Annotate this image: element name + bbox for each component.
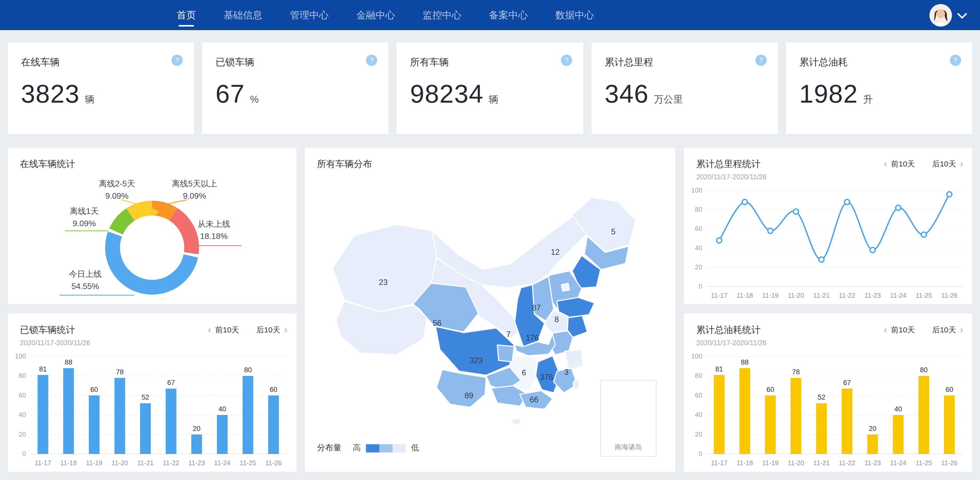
bar-11-21 [140, 403, 151, 454]
province-hainan[interactable] [512, 418, 521, 424]
map-value: 87 [532, 303, 541, 313]
kpi-value-row: 67% [215, 79, 259, 109]
bar-value-label: 78 [792, 368, 800, 376]
bar-11-26 [944, 395, 955, 454]
bar-11-19 [89, 395, 100, 454]
x-tick-label: 11-20 [111, 459, 128, 467]
bar-value-label: 67 [843, 379, 851, 387]
x-tick-label: 11-18 [737, 459, 753, 467]
nav-item-2[interactable]: 基础信息 [224, 0, 262, 30]
x-tick-label: 11-18 [60, 459, 77, 467]
y-tick-label: 100 [15, 352, 26, 360]
pie-label: 今日上线 [69, 270, 102, 279]
y-tick-label: 0 [22, 450, 26, 458]
chevron-right-icon[interactable]: › [284, 325, 287, 335]
kpi-card-2: 已锁车辆?67% [202, 42, 388, 134]
y-tick-label: 40 [19, 411, 26, 418]
map-value: 6 [522, 368, 526, 377]
map-value: 5 [611, 227, 616, 236]
map-value: 66 [530, 395, 538, 404]
bar-11-20 [791, 378, 801, 454]
nav-item-6[interactable]: 备案中心 [489, 0, 528, 30]
help-icon[interactable]: ? [950, 55, 961, 66]
chevron-right-icon[interactable]: › [960, 325, 963, 335]
bar-chart: 02040608010011-1711-1811-1911-2011-2111-… [8, 314, 297, 472]
kpi-value-row: 3823辆 [21, 79, 94, 109]
y-tick-label: 60 [695, 391, 702, 399]
bar-11-22 [842, 389, 853, 454]
x-tick-label: 11-24 [890, 459, 907, 467]
user-avatar[interactable] [929, 4, 952, 26]
x-tick-label: 11-19 [86, 459, 103, 467]
province-heilongjiang[interactable] [572, 197, 636, 252]
help-icon[interactable]: ? [172, 55, 183, 66]
bar-value-label: 60 [945, 386, 953, 394]
date-range: 2020/11/17-2020/11/26 [696, 173, 767, 181]
nav-item-1[interactable]: 首页 [177, 0, 196, 30]
kpi-title: 已锁车辆 [215, 56, 254, 69]
province-yunnan[interactable] [436, 370, 486, 408]
kpi-card-1: 在线车辆?3823辆 [8, 42, 194, 134]
x-tick-label: 11-23 [864, 292, 881, 299]
next-10-days-button[interactable]: 后10天 [932, 325, 956, 335]
province-zhejiang[interactable] [565, 349, 583, 370]
kpi-title: 累计总里程 [605, 56, 653, 69]
kpi-card-3: 所有车辆?98234辆 [397, 42, 583, 134]
kpi-row: 在线车辆?3823辆已锁车辆?67%所有车辆?98234辆累计总里程?346万公… [0, 42, 980, 134]
next-10-days-button[interactable]: 后10天 [256, 325, 280, 335]
kpi-unit: 辆 [85, 93, 94, 106]
y-tick-label: 60 [19, 391, 26, 399]
next-10-days-button[interactable]: 后10天 [932, 159, 956, 169]
x-tick-label: 11-26 [266, 459, 282, 467]
map-value: 23 [379, 278, 388, 287]
chevron-left-icon[interactable]: ‹ [884, 325, 887, 335]
help-icon[interactable]: ? [756, 55, 767, 66]
user-menu[interactable] [929, 0, 966, 30]
prev-10-days-button[interactable]: 前10天 [215, 325, 239, 335]
pie-label: 离线1天 [70, 207, 99, 216]
bar-value-label: 52 [818, 394, 825, 401]
kpi-value: 67 [215, 79, 245, 109]
data-point-11-18 [742, 199, 747, 204]
card-title: 已锁车辆统计 [20, 324, 75, 336]
x-tick-label: 11-22 [839, 459, 856, 467]
help-icon[interactable]: ? [561, 55, 572, 66]
bar-value-label: 40 [218, 405, 226, 413]
chevron-down-icon[interactable] [957, 9, 967, 19]
chevron-left-icon[interactable]: ‹ [884, 159, 887, 169]
card-total-fuel-stats: 累计总油耗统计 ‹ 前10天 后10天 › 2020/11/17-2020/11… [684, 314, 972, 472]
nav-item-5[interactable]: 监控中心 [423, 0, 461, 30]
bar-value-label: 67 [167, 379, 175, 387]
y-tick-label: 40 [695, 411, 702, 418]
prev-10-days-button[interactable]: 前10天 [891, 159, 915, 169]
x-tick-label: 11-22 [839, 292, 856, 299]
nav-item-4[interactable]: 金融中心 [356, 0, 395, 30]
pie-label: 离线2-5天 [99, 179, 135, 188]
kpi-value: 346 [605, 79, 649, 109]
bar-value-label: 40 [894, 405, 902, 413]
bar-11-17 [714, 375, 724, 454]
x-tick-label: 11-21 [813, 292, 830, 299]
pie-label-value: 18.18% [200, 231, 228, 241]
nav-item-7[interactable]: 数据中心 [555, 0, 594, 30]
y-tick-label: 80 [695, 206, 702, 213]
x-tick-label: 11-20 [788, 459, 804, 467]
y-tick-label: 80 [695, 372, 702, 380]
province-beijing[interactable] [562, 283, 570, 291]
data-point-11-19 [768, 228, 773, 233]
x-tick-label: 11-23 [864, 459, 881, 467]
map-legend: 分布量 高 低 [317, 443, 419, 453]
chevron-right-icon[interactable]: › [960, 159, 963, 169]
bar-11-20 [115, 378, 125, 454]
help-icon[interactable]: ? [366, 55, 377, 66]
chevron-left-icon[interactable]: ‹ [208, 325, 211, 335]
province-chongqing[interactable] [497, 345, 514, 362]
bar-value-label: 80 [920, 366, 928, 374]
map-value: 176 [526, 333, 539, 343]
y-tick-label: 20 [695, 431, 702, 438]
nav-item-3[interactable]: 管理中心 [290, 0, 329, 30]
x-tick-label: 11-19 [762, 292, 779, 299]
y-tick-label: 60 [695, 225, 702, 232]
prev-10-days-button[interactable]: 前10天 [891, 325, 915, 335]
province-taiwan[interactable] [573, 380, 579, 389]
